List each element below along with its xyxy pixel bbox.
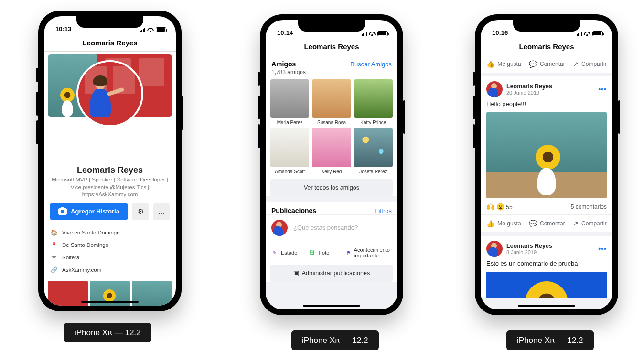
friends-header: Amigos — [271, 60, 296, 68]
friends-grid: Maria Perez Susana Rosa Katty Prince Ama… — [266, 79, 397, 179]
signal-icon — [140, 28, 145, 32]
friend-card[interactable]: Keily Red — [312, 128, 351, 174]
battery-icon — [592, 31, 603, 36]
info-text: Vive en Santo Domingo — [62, 230, 120, 235]
prev-post-actions: 👍Me gusta 💬Comentar ↗Compartir — [481, 55, 612, 73]
info-text: De Santo Domingo — [62, 242, 108, 248]
post-image[interactable] — [486, 272, 607, 298]
comment-icon: 💬 — [529, 220, 537, 227]
gear-icon: ⚙ — [138, 207, 144, 216]
pin-icon: 📍 — [51, 242, 57, 248]
comment-button[interactable]: 💬Comentar — [529, 60, 565, 68]
profile-info: Leomaris Reyes Microsoft MVP | Speaker |… — [44, 117, 176, 199]
post-header: Leomaris Reyes 20 Junio 2019 ••• — [481, 76, 612, 100]
friend-card[interactable]: Amanda Scott — [270, 128, 309, 174]
comment-button[interactable]: 💬Comentar — [529, 220, 565, 227]
see-all-friends-button[interactable]: Ver todos los amigos — [270, 179, 393, 196]
manage-icon: ▣ — [293, 270, 299, 277]
notch — [513, 20, 580, 32]
filters-link[interactable]: Filtros — [375, 207, 392, 214]
info-row-link[interactable]: 🔗AskXammy.com — [51, 264, 169, 276]
about-list: 🏠Vive en Santo Domingo 📍De Santo Domingo… — [44, 224, 176, 278]
post-menu-button[interactable]: ••• — [598, 85, 607, 93]
settings-button[interactable]: ⚙ — [132, 203, 149, 220]
post-date: 8 Junio 2019 — [506, 249, 552, 255]
post-card: Leomaris Reyes 8 Junio 2019 ••• Esto es … — [481, 236, 612, 298]
action-label: Comentar — [540, 61, 565, 67]
like-button[interactable]: 👍Me gusta — [486, 220, 521, 227]
post-author[interactable]: Leomaris Reyes — [506, 83, 552, 90]
post-text: Hello people!!! — [481, 100, 612, 110]
post-menu-button[interactable]: ••• — [598, 245, 607, 253]
comments-count[interactable]: 5 comentarios — [571, 203, 607, 210]
reaction-count[interactable]: 55 — [506, 204, 512, 211]
more-button[interactable]: ... — [153, 203, 170, 220]
friends-scroll[interactable]: Amigos Buscar Amigos 1,783 amigos Maria … — [266, 55, 397, 309]
friend-name: Keily Red — [322, 169, 342, 174]
device-frame-1: 10:13 Leomaris Reyes Leomaris Reyes Micr… — [38, 11, 182, 311]
flag-icon: ⚑ — [346, 250, 351, 256]
post-card: Leomaris Reyes 20 Junio 2019 ••• Hello p… — [481, 76, 612, 232]
friend-name: Katty Prince — [360, 120, 386, 125]
posts-section: Publicaciones Filtros ¿Que estas pensand… — [266, 202, 397, 282]
post-text: Esto es un comentario de prueba — [481, 260, 612, 270]
nav-title: Leomaris Reyes — [481, 38, 612, 55]
post-avatar[interactable] — [486, 241, 503, 257]
post-header: Leomaris Reyes 8 Junio 2019 ••• — [481, 236, 612, 260]
profile-avatar[interactable] — [76, 60, 143, 127]
photo-button[interactable]: 🖼Foto — [306, 245, 344, 261]
home-icon: 🏠 — [51, 229, 57, 236]
share-icon: ↗ — [573, 220, 579, 227]
home-indicator[interactable] — [303, 305, 360, 307]
wifi-icon — [584, 32, 590, 36]
post-author[interactable]: Leomaris Reyes — [506, 243, 552, 249]
info-row-status[interactable]: ❤Soltera — [51, 251, 169, 264]
wifi-icon — [147, 28, 154, 32]
info-row-from[interactable]: 📍De Santo Domingo — [51, 239, 169, 251]
feed-scroll[interactable]: 👍Me gusta 💬Comentar ↗Compartir Leomaris … — [481, 55, 612, 309]
device-label-3: iPhone Xʀ — 12.2 — [506, 330, 594, 350]
profile-actions: Agregar Historia ⚙ ... — [44, 199, 176, 224]
screen-2: 10:14 Leomaris Reyes Amigos Buscar Amigo… — [266, 20, 397, 309]
like-button[interactable]: 👍Me gusta — [486, 60, 521, 68]
profile-scroll[interactable]: Leomaris Reyes Microsoft MVP | Speaker |… — [44, 52, 176, 306]
device-frame-3: 10:16 Leomaris Reyes 👍Me gusta 💬Comentar… — [475, 14, 618, 315]
add-story-button[interactable]: Agregar Historia — [50, 203, 128, 220]
link-icon: 🔗 — [51, 266, 57, 273]
home-indicator[interactable] — [81, 301, 139, 303]
action-label: Acontecimiento importante — [354, 247, 393, 259]
action-label: Foto — [319, 250, 329, 256]
clock: 10:14 — [277, 29, 293, 36]
signal-icon — [362, 32, 367, 36]
share-icon: ↗ — [573, 60, 579, 68]
home-indicator[interactable] — [518, 305, 575, 307]
status-button[interactable]: ✎Estado — [268, 245, 306, 261]
share-button[interactable]: ↗Compartir — [573, 60, 607, 68]
nav-title: Leomaris Reyes — [44, 34, 176, 52]
reaction-icons[interactable]: 🙌 😮 — [486, 203, 504, 211]
event-button[interactable]: ⚑Acontecimiento importante — [344, 245, 395, 261]
composer-avatar — [271, 220, 288, 236]
manage-posts-button[interactable]: ▣Administrar publicaciones — [270, 265, 393, 282]
post-avatar[interactable] — [486, 81, 503, 97]
device-label-1: iPhone Xʀ — 12.2 — [64, 323, 151, 342]
friend-card[interactable]: Susana Rosa — [312, 79, 351, 125]
friend-card[interactable]: Josefa Perez — [354, 128, 393, 174]
find-friends-link[interactable]: Buscar Amigos — [350, 61, 392, 68]
friend-name: Susana Rosa — [317, 120, 346, 125]
friend-card[interactable]: Maria Perez — [270, 79, 309, 125]
profile-name: Leomaris Reyes — [50, 165, 170, 175]
heart-icon: ❤ — [51, 254, 57, 261]
manage-label: Administrar publicaciones — [302, 270, 370, 277]
comment-icon: 💬 — [529, 60, 537, 68]
action-label: Compartir — [581, 220, 607, 227]
thumb-icon: 👍 — [486, 60, 494, 68]
friend-card[interactable]: Katty Prince — [354, 79, 393, 125]
share-button[interactable]: ↗Compartir — [573, 220, 607, 227]
post-image[interactable] — [486, 112, 607, 198]
device-label-2: iPhone Xʀ — 12.2 — [291, 330, 379, 350]
info-row-home[interactable]: 🏠Vive en Santo Domingo — [51, 226, 169, 239]
post-date: 20 Junio 2019 — [506, 90, 552, 96]
composer[interactable]: ¿Que estas pensando? — [266, 214, 397, 241]
screen-1: 10:13 Leomaris Reyes Leomaris Reyes Micr… — [44, 16, 176, 306]
